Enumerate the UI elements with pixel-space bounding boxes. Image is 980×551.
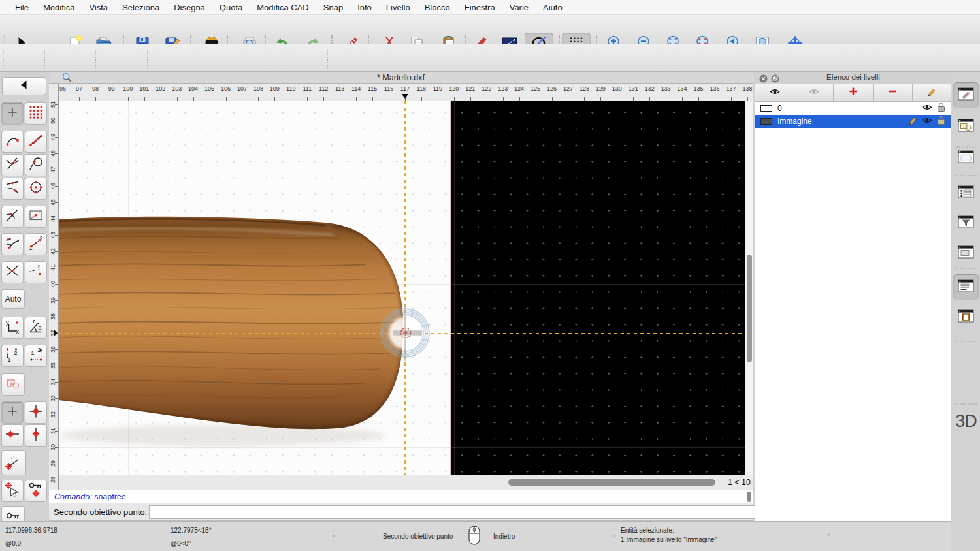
menu-info[interactable]: Info (350, 3, 379, 12)
menu-livello[interactable]: Livello (379, 3, 417, 12)
horizontal-scrollbar[interactable]: 1 < 10 (59, 475, 753, 490)
restrict-orthogonal-button[interactable] (25, 401, 47, 424)
mouse-right-hint: Indietro (493, 533, 515, 540)
property-editor-dock-button[interactable] (953, 82, 979, 108)
free-positioning-button[interactable] (1, 102, 24, 125)
menu-snap[interactable]: Snap (316, 3, 350, 12)
menu-disegna[interactable]: Disegna (167, 3, 212, 12)
layer-row-0[interactable]: 0 (755, 102, 951, 115)
snap-intersection-manual-button[interactable]: ! (25, 261, 47, 283)
snap-reference-button[interactable] (25, 206, 47, 228)
block-list-dock-button[interactable] (953, 114, 979, 140)
scroll-indicator: 1 < 10 (728, 478, 751, 487)
view-list-dock-button[interactable] (953, 240, 979, 266)
edit-layer-button[interactable] (913, 84, 951, 102)
coord-relative-button[interactable]: 12 (1, 345, 24, 367)
ruler-label: 97 (76, 86, 82, 92)
add-layer-button[interactable] (834, 84, 873, 102)
coord-relative-icon: 12 (4, 346, 21, 366)
snap-tangent-button[interactable] (25, 154, 47, 176)
grid-positioning-button[interactable] (25, 102, 47, 125)
menu-file[interactable]: File (8, 3, 36, 12)
snap-middle-button[interactable]: 12 (25, 233, 47, 255)
snap-center-button[interactable] (25, 178, 47, 200)
set-relative-zero-button[interactable] (1, 480, 24, 502)
ruler-label: 122 (482, 86, 491, 92)
menu-seleziona[interactable]: Seleziona (115, 3, 167, 12)
ruler-label: 101 (139, 86, 149, 92)
selection-info-detail: 1 Immagine su livello "Immagine" (621, 536, 717, 543)
menu-quota[interactable]: Quota (212, 3, 250, 12)
layer-lock-icon[interactable] (936, 116, 946, 127)
command-line-icon (957, 278, 975, 296)
snap-points-on-entity-button[interactable] (25, 131, 47, 153)
restrict-free-button[interactable] (1, 401, 24, 424)
ruler-label: 98 (92, 86, 99, 92)
restrict-none-button[interactable] (1, 373, 25, 396)
snap-intersection-button[interactable] (1, 261, 24, 283)
menu-vista[interactable]: Vista (82, 3, 115, 12)
command-history[interactable]: Comando: snapfree (49, 490, 753, 503)
coord-cartesian-button[interactable]: yx (1, 317, 24, 339)
snap-endpoints-button[interactable] (1, 131, 24, 153)
snap-perpendicular-button[interactable] (1, 206, 24, 228)
layer-lock-icon[interactable] (936, 102, 946, 114)
layer-edit-icon[interactable] (908, 116, 918, 127)
snap-intersection-auto-button[interactable] (1, 154, 24, 176)
coord-cartesian-icon: yx (4, 318, 21, 338)
mouse-icon (466, 525, 482, 549)
restrict-none-icon (5, 375, 22, 394)
menu-varie[interactable]: Varie (502, 3, 536, 12)
layer-visibility-icon[interactable] (922, 116, 932, 127)
show-all-layers-icon (770, 87, 780, 99)
lock-relative-zero-button[interactable] (25, 480, 47, 502)
ruler-cursor-marker (402, 94, 408, 99)
snap-endpoints-icon (4, 132, 21, 151)
show-all-layers-button[interactable] (755, 84, 794, 102)
ruler-label: 121 (465, 86, 475, 92)
snap-auto-button[interactable] (1, 233, 24, 255)
command-line-dock-button[interactable] (953, 274, 979, 300)
restrict-vertical-button[interactable] (25, 424, 47, 447)
toolbar-separator (147, 50, 148, 68)
menu-aiuto[interactable]: Aiuto (536, 3, 570, 12)
back-arrow-button[interactable] (2, 77, 46, 95)
snap-nearest-button[interactable] (1, 178, 24, 200)
restrict-angle-button[interactable] (1, 450, 26, 475)
horizontal-scrollbar-thumb[interactable] (508, 479, 715, 486)
hammer-handle-image[interactable] (59, 101, 745, 475)
coord-relative-alt-icon: 12 (27, 346, 44, 366)
ruler-tick (55, 186, 58, 187)
hide-all-layers-button[interactable] (794, 84, 834, 102)
layer-row-immagine[interactable]: Immagine (755, 115, 951, 128)
restrict-horizontal-button[interactable] (1, 424, 24, 447)
clipboard-panel-dock-button[interactable] (953, 304, 979, 330)
menu-modifica-cad[interactable]: Modifica CAD (250, 3, 316, 12)
menu-modifica[interactable]: Modifica (36, 3, 82, 12)
layer-color-swatch (760, 118, 772, 125)
layer-panel-header: Elenco dei livelli (755, 72, 951, 84)
ruler-label: 104 (188, 86, 198, 92)
command-history-scrollbar-thumb[interactable] (747, 492, 751, 502)
drawing-canvas[interactable] (59, 101, 745, 475)
remove-layer-button[interactable] (874, 84, 913, 102)
menu-blocco[interactable]: Blocco (417, 3, 457, 12)
options-drag-handle[interactable] (3, 50, 4, 68)
snap-auto-button[interactable]: Auto (1, 289, 25, 309)
selection-filter-dock-button[interactable] (953, 210, 979, 236)
vertical-scrollbar[interactable] (745, 101, 753, 475)
options-toolbar: Scala Copia Utilizzare il livello e gli … (0, 44, 980, 72)
coord-polar-button[interactable]: ra (25, 317, 47, 339)
3d-view-button[interactable]: 3D (951, 411, 980, 432)
library-browser-dock-button[interactable] (953, 145, 979, 171)
layer-list-dock-button[interactable] (953, 180, 979, 206)
vertical-scrollbar-thumb[interactable] (747, 255, 752, 362)
vertical-ruler: 2829303132333435363738394041424344454647… (49, 84, 59, 490)
right-dock-toolbar: 3D (951, 72, 980, 551)
ruler-tick (55, 300, 58, 301)
coord-relative-alt-button[interactable]: 12 (25, 345, 47, 367)
layer-visibility-icon[interactable] (922, 103, 932, 114)
layer-list-icon (957, 184, 975, 202)
command-input[interactable] (149, 505, 783, 519)
menu-finestra[interactable]: Finestra (457, 3, 502, 12)
